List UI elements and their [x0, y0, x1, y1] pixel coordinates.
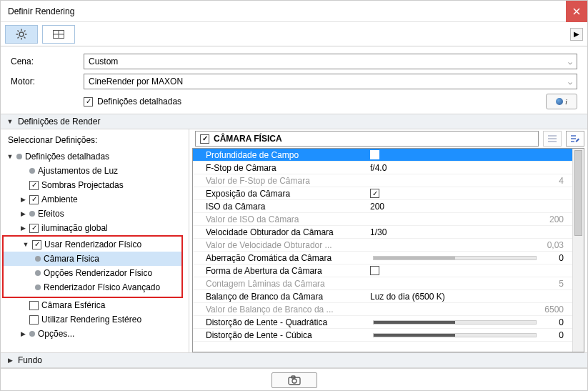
scrollbar-thumb[interactable]: [574, 150, 582, 236]
prop-distortion-cubic[interactable]: Distorção de Lente - Cúbica 0: [193, 329, 584, 342]
tree-spherical-camera[interactable]: Câmara Esférica: [1, 298, 186, 312]
tree-light-adj[interactable]: Ajustamentos de Luz: [1, 164, 186, 178]
edit-mode-button[interactable]: [566, 131, 584, 147]
svg-line-8: [18, 36, 19, 38]
render-defs-header[interactable]: ▼ Definições de Render: [1, 114, 587, 129]
spherical-checkbox[interactable]: [29, 301, 39, 310]
tree-label: Ajustamentos de Luz: [38, 166, 118, 176]
prop-label: Balanço de Branco da Câmara: [206, 292, 370, 302]
tree-use-physical[interactable]: ▼ Usar Renderizador Físico: [4, 237, 181, 252]
tree-shadows[interactable]: Sombras Projectadas: [1, 178, 186, 192]
prop-value: 200: [370, 202, 384, 212]
prop-label: Valor de ISO da Câmara: [206, 214, 370, 224]
tree-label: Câmara Física: [44, 254, 99, 264]
prop-white-balance[interactable]: Balanço de Branco da Câmara Luz do dia (…: [193, 290, 584, 303]
prop-white-balance-value[interactable]: Valor de Balanço de Branco da ... 6500: [193, 303, 584, 316]
prop-blades[interactable]: Contagem Lâminas da Câmara 5: [193, 277, 584, 290]
prop-exposure[interactable]: Exposição da Câmara: [193, 187, 584, 200]
tree-label: iluminação global: [41, 223, 108, 233]
prop-dof[interactable]: Profundidade de Campo: [193, 149, 584, 162]
detailed-label: Definições detalhadas: [97, 96, 181, 107]
size-tab-button[interactable]: [42, 25, 75, 44]
definitions-tree: ▼ Definições detalhadas Ajustamentos de …: [1, 149, 189, 341]
tree-label: Efeitos: [38, 209, 64, 219]
prop-label: Aberração Cromática da Câmara: [206, 253, 370, 263]
prop-distortion-quadratic[interactable]: Distorção de Lente - Quadrática 0: [193, 316, 584, 329]
tree-physical-advanced[interactable]: Renderizador Físico Avançado: [4, 280, 181, 295]
tree-options[interactable]: ▶ Opções...: [1, 327, 186, 341]
prop-fstop-value[interactable]: Valor de F-Stop de Câmara 4: [193, 174, 584, 187]
prop-chromatic[interactable]: Aberração Cromática da Câmara 0: [193, 252, 584, 264]
close-icon: [573, 8, 580, 15]
prop-fstop[interactable]: F-Stop de Câmara f/4.0: [193, 162, 584, 174]
engine-select[interactable]: CineRender por MAXON ⌵: [84, 74, 577, 89]
triangle-right-icon: ▶: [19, 330, 26, 337]
prop-label: Valor de F-Stop de Câmara: [206, 176, 370, 186]
prop-label: Profundidade de Campo: [206, 150, 370, 160]
engine-info-button[interactable]: i: [546, 94, 577, 109]
tree-ambient[interactable]: ▶ Ambiente: [1, 192, 186, 207]
exposure-checkbox[interactable]: [370, 189, 379, 198]
distortion-q-slider[interactable]: [373, 320, 537, 325]
prop-iso[interactable]: ISO da Câmara 200: [193, 200, 584, 213]
triangle-right-icon: ▶: [574, 30, 579, 38]
sphere-icon: [556, 98, 563, 105]
aperture-shape-checkbox[interactable]: [370, 266, 379, 275]
shadows-checkbox[interactable]: [29, 181, 39, 190]
tree-stereo[interactable]: Utilizar Rendering Estéreo: [1, 312, 186, 327]
dof-checkbox[interactable]: [370, 150, 379, 159]
tree-physical-options[interactable]: Opções Renderizador Físico: [4, 266, 181, 280]
triangle-down-icon: ▼: [6, 118, 14, 125]
highlighted-group: ▼ Usar Renderizador Físico Câmara Física…: [2, 235, 183, 298]
panel-enable-checkbox[interactable]: [200, 134, 209, 144]
tree-label: Câmara Esférica: [41, 300, 105, 310]
properties-scrollbar[interactable]: [572, 149, 584, 352]
tree-label: Definições detalhadas: [25, 152, 109, 162]
distortion-c-slider[interactable]: [373, 333, 537, 337]
chromatic-slider[interactable]: [373, 256, 537, 260]
stereo-checkbox[interactable]: [29, 315, 39, 325]
svg-point-19: [292, 379, 297, 383]
chevron-down-icon: ⌵: [568, 78, 572, 86]
toolbar-overflow-button[interactable]: ▶: [570, 28, 583, 41]
tree-root[interactable]: ▼ Definições detalhadas: [1, 149, 186, 164]
fundo-header[interactable]: ▶ Fundo: [1, 352, 587, 368]
select-defs-label: Seleccionar Definições:: [1, 134, 189, 149]
render-preview-button[interactable]: [271, 372, 317, 388]
prop-label: Velocidade Obturador da Câmara: [206, 227, 370, 237]
settings-tab-button[interactable]: [5, 25, 38, 44]
tree-label: Opções...: [38, 329, 74, 339]
svg-line-6: [24, 36, 26, 38]
use-physical-checkbox[interactable]: [32, 240, 41, 249]
prop-value: 5: [463, 279, 578, 289]
scene-label: Cena:: [11, 56, 84, 66]
tree-physical-camera[interactable]: Câmara Física: [4, 252, 181, 266]
ambient-checkbox[interactable]: [29, 195, 39, 204]
list-icon: [547, 134, 557, 143]
prop-iso-value[interactable]: Valor de ISO da Câmara 200: [193, 213, 584, 226]
close-button[interactable]: [566, 1, 587, 22]
triangle-down-icon: ▼: [6, 153, 14, 160]
prop-shutter-value[interactable]: Valor de Velocidade Obturador ... 0,03: [193, 239, 584, 252]
tree-pane: Seleccionar Definições: ▼ Definições det…: [1, 129, 189, 352]
prop-label: Distorção de Lente - Quadrática: [206, 317, 370, 327]
window-title: Definir Rendering: [8, 6, 74, 16]
scene-select[interactable]: Custom ⌵: [84, 54, 577, 69]
toolbar: ▶: [1, 22, 587, 46]
bullet-icon: [35, 270, 41, 276]
detailed-checkbox[interactable]: [84, 97, 93, 107]
engine-value: CineRender por MAXON: [89, 76, 183, 86]
prop-value: 0,03: [463, 240, 578, 250]
bullet-icon: [35, 284, 41, 290]
list-mode-button[interactable]: [543, 131, 562, 147]
gi-checkbox[interactable]: [29, 224, 39, 233]
tree-gi[interactable]: ▶ iluminação global: [1, 221, 186, 235]
prop-value: 1/30: [370, 227, 387, 237]
tree-effects[interactable]: ▶ Efeitos: [1, 207, 186, 221]
prop-label: Contagem Lâminas da Câmara: [206, 279, 370, 289]
prop-shutter[interactable]: Velocidade Obturador da Câmara 1/30: [193, 226, 584, 239]
prop-label: ISO da Câmara: [206, 202, 370, 212]
prop-aperture-shape[interactable]: Forma de Abertura da Câmara: [193, 264, 584, 277]
tree-label: Sombras Projectadas: [41, 180, 124, 190]
prop-label: Exposição da Câmara: [206, 189, 370, 199]
